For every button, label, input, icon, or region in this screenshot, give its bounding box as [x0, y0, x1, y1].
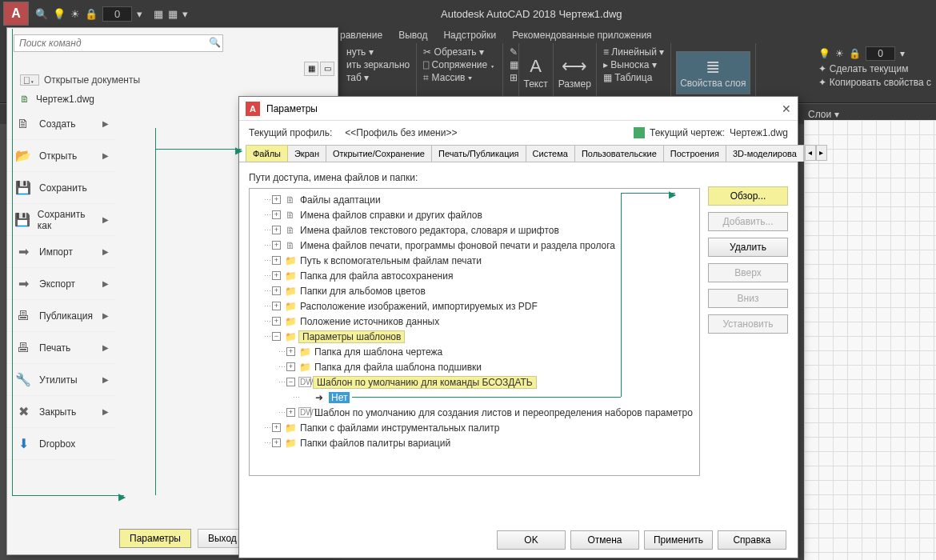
- tab-scroll-right[interactable]: ▸: [816, 145, 827, 161]
- toggle-list[interactable]: ▭: [320, 62, 334, 76]
- tab-opensave[interactable]: Открытие/Сохранение: [326, 145, 432, 162]
- sort-dropdown[interactable]: ⎕▾: [20, 74, 39, 86]
- down-button[interactable]: Вниз: [708, 289, 788, 308]
- expand-icon[interactable]: +: [272, 438, 281, 447]
- expand-icon[interactable]: +: [272, 317, 281, 326]
- menu-open[interactable]: 📂Открыть▶: [7, 140, 115, 172]
- expand-icon[interactable]: +: [272, 302, 281, 310]
- leader-button[interactable]: ▸ Выноска ▾: [603, 59, 664, 70]
- browse-button[interactable]: Обзор...: [708, 186, 788, 206]
- text-panel[interactable]: A Текст: [519, 43, 554, 102]
- tree-node[interactable]: ⋯+📁Папка для файла автосохранения: [250, 268, 699, 283]
- menu-utilities[interactable]: 🔧Утилиты▶: [7, 364, 115, 396]
- close-button[interactable]: ✕: [782, 102, 791, 115]
- delete-button[interactable]: Удалить: [708, 238, 788, 257]
- layer-combo[interactable]: 0: [866, 46, 895, 61]
- tree-node[interactable]: ⋯+📁Расположение изображений, импортируем…: [250, 298, 699, 314]
- menu-print[interactable]: 🖶Печать▶: [7, 332, 115, 364]
- expand-icon[interactable]: +: [272, 210, 281, 219]
- ribbon-tab[interactable]: равление: [340, 30, 382, 41]
- menu-publish[interactable]: 🖶Публикация▶: [7, 300, 115, 332]
- expand-icon[interactable]: +: [272, 423, 281, 432]
- ribbon-tab[interactable]: Рекомендованные приложения: [512, 30, 651, 41]
- tab-files[interactable]: Файлы: [246, 145, 288, 162]
- layer-props-button[interactable]: ≣ Свойства слоя: [676, 51, 750, 94]
- scale-button[interactable]: таб ▾: [346, 72, 410, 83]
- expand-icon[interactable]: −: [272, 332, 281, 341]
- add-button[interactable]: Добавить...: [708, 212, 788, 231]
- tree-node[interactable]: ⋯+🗎Имена файлов текстового редактора, сл…: [250, 222, 699, 238]
- menu-export[interactable]: ➡Экспорт▶: [7, 268, 115, 300]
- tree-node[interactable]: ⋯+🗎Имена файлов справки и других файлов: [250, 207, 699, 222]
- chevron-down-icon[interactable]: ▾: [900, 48, 905, 59]
- tree-node[interactable]: ⋯+📁Папки с файлами инструментальных пали…: [250, 420, 699, 435]
- tab-display[interactable]: Экран: [287, 145, 326, 162]
- expand-icon[interactable]: +: [272, 286, 281, 295]
- layer-props-panel[interactable]: ≣ Свойства слоя: [671, 43, 755, 102]
- search-icon[interactable]: 🔍: [209, 37, 221, 48]
- expand-icon[interactable]: +: [272, 195, 281, 204]
- tab-user[interactable]: Пользовательские: [574, 145, 664, 162]
- array-button[interactable]: ⌗ Массив ▾: [423, 72, 495, 83]
- menu-new[interactable]: 🗎Создать▶: [7, 108, 115, 140]
- tree-node[interactable]: ⋯+📁Папка для файла шаблона подшивки: [250, 359, 699, 374]
- expand-icon[interactable]: −: [286, 378, 295, 386]
- paths-tree[interactable]: ⋯+🗎Файлы адаптации⋯+🗎Имена файлов справк…: [249, 188, 700, 476]
- apply-button[interactable]: Применить: [644, 530, 713, 550]
- dropdown-icon[interactable]: ▾: [137, 8, 142, 20]
- menu-dropbox[interactable]: ⬇Dropbox: [7, 428, 115, 460]
- expand-icon[interactable]: +: [272, 256, 281, 265]
- tab-3d[interactable]: 3D-моделирова: [726, 145, 804, 162]
- bulb-icon[interactable]: 💡: [818, 48, 830, 59]
- save-icon[interactable]: 🔍: [35, 8, 48, 20]
- cancel-button[interactable]: Отмена: [570, 530, 639, 550]
- fillet-button[interactable]: ⎕ Сопряжение ▾: [423, 59, 495, 70]
- drawing-canvas[interactable]: [804, 120, 936, 560]
- expand-icon[interactable]: +: [286, 408, 295, 417]
- make-current-button[interactable]: ✦ Сделать текущим: [818, 63, 931, 74]
- linear-button[interactable]: ≡ Линейный ▾: [603, 46, 664, 58]
- tree-node[interactable]: ⋯−DWTШаблон по умолчанию для команды БСО…: [250, 374, 699, 390]
- tree-node[interactable]: ⋯+📁Папки файлов палитры вариаций: [250, 435, 699, 450]
- help-button[interactable]: Справка: [718, 530, 786, 550]
- search-input[interactable]: [14, 34, 223, 52]
- copy-props-button[interactable]: ✦ Копировать свойства с: [818, 77, 931, 88]
- tree-node[interactable]: ⋯+📁Путь к вспомогательным файлам печати: [250, 253, 699, 268]
- bulb-icon[interactable]: 💡: [53, 8, 66, 20]
- sun-icon[interactable]: ☀: [835, 48, 844, 59]
- menu-saveas[interactable]: 💾Сохранить как▶: [7, 204, 115, 236]
- expand-icon[interactable]: +: [272, 226, 281, 234]
- ok-button[interactable]: OK: [497, 530, 566, 550]
- table-button[interactable]: ▦ Таблица: [603, 72, 664, 83]
- layers-dropdown[interactable]: Слои ▾: [808, 109, 839, 120]
- icon-2[interactable]: ▦: [510, 59, 512, 70]
- sun-icon[interactable]: ☀: [70, 8, 80, 20]
- tree-node[interactable]: ⋯+DWTШаблон по умолчанию для создания ли…: [250, 405, 699, 420]
- tree-node[interactable]: ⋯+📁Папка для шаблона чертежа: [250, 344, 699, 359]
- ribbon-tab[interactable]: Вывод: [398, 30, 427, 41]
- set-button[interactable]: Установить: [708, 314, 788, 334]
- icon-1[interactable]: ✎: [510, 46, 512, 58]
- app-logo[interactable]: A: [3, 2, 29, 26]
- qat-btn-2[interactable]: ▦: [168, 8, 178, 20]
- expand-icon[interactable]: +: [272, 271, 281, 280]
- expand-icon[interactable]: +: [286, 362, 295, 371]
- expand-icon[interactable]: +: [272, 241, 281, 250]
- menu-import[interactable]: ➡Импорт▶: [7, 236, 115, 268]
- up-button[interactable]: Вверх: [708, 263, 788, 282]
- lock-icon[interactable]: 🔒: [85, 8, 98, 20]
- tree-node[interactable]: ⋯+📁Положение источников данных: [250, 314, 699, 329]
- options-button[interactable]: Параметры: [119, 529, 191, 548]
- icon-3[interactable]: ⊞: [510, 72, 512, 83]
- layer-combo[interactable]: 0: [102, 6, 132, 22]
- rotate-button[interactable]: нуть ▾: [346, 46, 410, 58]
- tree-node[interactable]: ⋯+🗎Файлы адаптации: [250, 192, 699, 207]
- dimension-panel[interactable]: ⟷ Размер: [554, 43, 597, 102]
- tab-plot[interactable]: Печать/Публикация: [431, 145, 526, 162]
- mirror-button[interactable]: ить зеркально: [346, 59, 410, 70]
- menu-close[interactable]: ✖Закрыть▶: [7, 396, 115, 428]
- menu-save[interactable]: 💾Сохранить: [7, 172, 115, 204]
- tab-scroll-left[interactable]: ◂: [805, 145, 816, 161]
- qat-dropdown-icon[interactable]: ▾: [182, 8, 188, 20]
- expand-icon[interactable]: +: [286, 347, 295, 356]
